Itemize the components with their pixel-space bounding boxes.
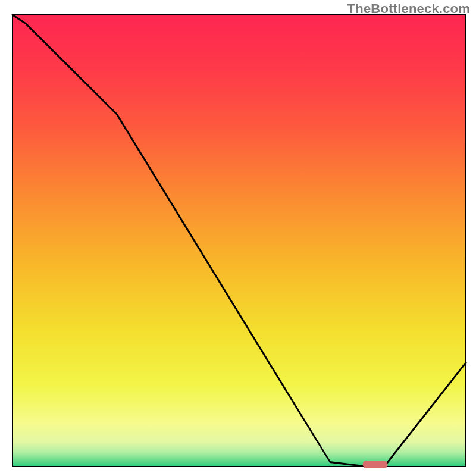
optimal-marker <box>363 461 388 468</box>
plot-background <box>12 15 466 466</box>
chart-container: TheBottleneck.com <box>0 0 476 476</box>
bottleneck-chart <box>0 0 476 476</box>
